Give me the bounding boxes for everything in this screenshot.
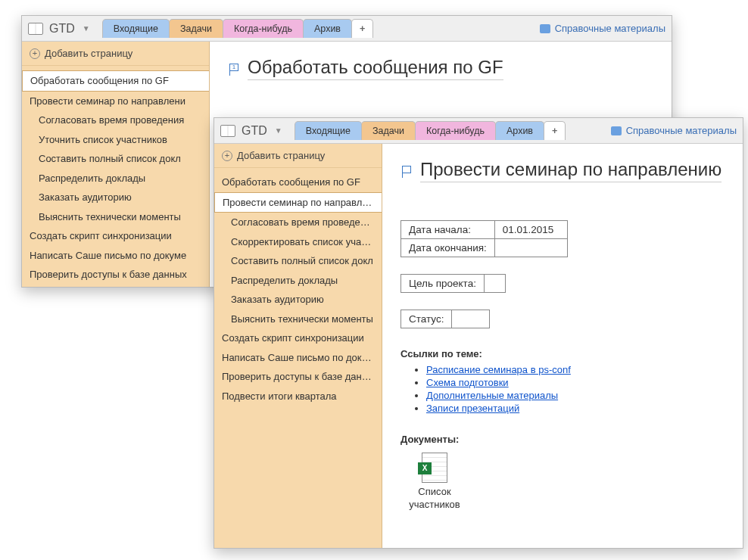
- excel-file-icon: X: [422, 453, 447, 483]
- reference-icon: [611, 126, 622, 135]
- tab-tasks[interactable]: Задачи: [169, 19, 223, 38]
- page-item[interactable]: Проверить доступы к базе данных: [22, 265, 209, 285]
- page-title[interactable]: Провести семинар по направлению: [420, 159, 722, 182]
- page-item[interactable]: Заказать аудиторию: [22, 188, 209, 207]
- table-row: Статус:: [401, 310, 490, 328]
- page-item[interactable]: Согласовать время проведения: [214, 213, 382, 232]
- page-item[interactable]: Проверить доступы к базе данных: [214, 367, 382, 387]
- page-item[interactable]: Распределить доклады: [22, 169, 209, 188]
- table-row: Дата начала: 01.01.2015: [401, 221, 568, 239]
- page-flag-icon: [400, 164, 413, 178]
- page-content[interactable]: Провести семинар по направлению Дата нач…: [382, 144, 743, 548]
- goal-table: Цель проекта:: [400, 274, 506, 293]
- status-table: Статус:: [400, 310, 490, 328]
- tab-add[interactable]: +: [544, 121, 566, 140]
- links-list: Расписание семинара в ps-conf Схема подг…: [400, 364, 725, 414]
- tab-tasks[interactable]: Задачи: [361, 121, 416, 140]
- goal-label: Цель проекта:: [401, 275, 485, 293]
- status-label: Статус:: [401, 310, 452, 328]
- page-flag-icon: [228, 62, 240, 76]
- add-page-label: Добавить страницу: [45, 48, 132, 59]
- tab-archive[interactable]: Архив: [303, 19, 352, 38]
- documents-heading: Документы:: [400, 434, 725, 445]
- page-item[interactable]: Согласовать время проведения: [22, 110, 209, 130]
- page-item[interactable]: Написать Саше письмо по докуме: [22, 246, 209, 266]
- add-page-button[interactable]: + Добавить страницу: [214, 144, 382, 168]
- notebook-icon: [28, 23, 43, 35]
- page-item[interactable]: Распределить доклады: [214, 271, 382, 291]
- document-item[interactable]: X Список участников: [400, 453, 469, 512]
- page-item[interactable]: Выяснить технически моменты: [22, 207, 209, 227]
- reference-label: Справочные материалы: [555, 23, 665, 34]
- page-item[interactable]: Скорректировать список участн: [214, 232, 382, 252]
- page-item[interactable]: Провести семинар по направлени: [22, 92, 209, 111]
- reference-icon: [540, 24, 550, 33]
- add-page-label: Добавить страницу: [237, 150, 325, 161]
- document-label: Список участников: [400, 486, 469, 512]
- page-item[interactable]: Создать скрипт синхронизации: [22, 226, 209, 246]
- page-title-row: Провести семинар по направлению: [400, 159, 725, 182]
- notebook-title[interactable]: GTD: [49, 22, 75, 36]
- tab-someday[interactable]: Когда-нибудь: [223, 19, 304, 38]
- window-front: GTD ▼ Входящие Задачи Когда-нибудь Архив…: [213, 117, 743, 549]
- tab-inbox[interactable]: Входящие: [295, 121, 362, 140]
- page-item[interactable]: Заказать аудиторию: [214, 290, 382, 310]
- titlebar: GTD ▼ Входящие Задачи Когда-нибудь Архив…: [22, 16, 672, 42]
- page-sidebar: + Добавить страницу Обработать сообщения…: [22, 42, 210, 287]
- link-recordings[interactable]: Записи презентаций: [426, 403, 519, 414]
- start-date-value[interactable]: 01.01.2015: [494, 221, 567, 239]
- body: + Добавить страницу Обработать сообщения…: [214, 144, 743, 548]
- page-item[interactable]: Обработать сообщения по GF: [214, 173, 382, 192]
- table-row: Цель проекта:: [401, 275, 506, 293]
- notebook-title[interactable]: GTD: [242, 124, 267, 138]
- documents-block: Документы: X Список участников: [400, 434, 725, 512]
- reference-materials-link[interactable]: Справочные материалы: [611, 125, 737, 136]
- table-row: Дата окончания:: [401, 239, 568, 257]
- link-schedule[interactable]: Расписание семинара в ps-conf: [426, 364, 571, 375]
- add-page-button[interactable]: + Добавить страницу: [22, 42, 209, 66]
- notebook-dropdown-icon[interactable]: ▼: [275, 126, 282, 135]
- page-item[interactable]: Составить полный список докл: [22, 149, 209, 169]
- add-icon: +: [30, 48, 40, 59]
- link-extra-materials[interactable]: Дополнительные материалы: [426, 390, 558, 401]
- add-icon: +: [222, 151, 232, 161]
- tab-inbox[interactable]: Входящие: [102, 19, 170, 38]
- page-item[interactable]: Обработать сообщения по GF: [22, 70, 209, 92]
- section-tabs: Входящие Задачи Когда-нибудь Архив +: [295, 121, 566, 140]
- list-item: Расписание семинара в ps-conf: [426, 364, 725, 375]
- links-heading: Ссылки по теме:: [400, 348, 725, 359]
- titlebar: GTD ▼ Входящие Задачи Когда-нибудь Архив…: [214, 118, 743, 144]
- page-item[interactable]: Выяснить технически моменты: [214, 310, 382, 329]
- list-item: Дополнительные материалы: [426, 390, 725, 401]
- links-block: Ссылки по теме: Расписание семинара в ps…: [400, 348, 725, 414]
- page-list: Обработать сообщения по GF Провести семи…: [22, 66, 209, 287]
- section-tabs: Входящие Задачи Когда-нибудь Архив +: [102, 19, 373, 38]
- page-sidebar: + Добавить страницу Обработать сообщения…: [214, 144, 382, 548]
- notebook-icon: [220, 125, 235, 137]
- goal-value[interactable]: [484, 275, 505, 293]
- page-title-row: Обработать сообщения по GF: [228, 57, 653, 80]
- page-title[interactable]: Обработать сообщения по GF: [248, 57, 503, 80]
- excel-badge: X: [418, 462, 432, 474]
- page-list: Обработать сообщения по GF Провести семи…: [214, 168, 382, 410]
- tab-archive[interactable]: Архив: [495, 121, 544, 140]
- link-prep-scheme[interactable]: Схема подготовки: [426, 377, 509, 388]
- tab-add[interactable]: +: [351, 19, 373, 38]
- end-date-value[interactable]: [494, 239, 567, 257]
- page-item[interactable]: Подвести итоги квартала: [22, 285, 209, 288]
- end-date-label: Дата окончания:: [401, 239, 495, 257]
- reference-materials-link[interactable]: Справочные материалы: [540, 23, 665, 34]
- start-date-label: Дата начала:: [401, 221, 495, 239]
- reference-label: Справочные материалы: [626, 125, 737, 136]
- status-value[interactable]: [452, 310, 490, 328]
- page-item[interactable]: Подвести итоги квартала: [214, 387, 382, 406]
- tab-someday[interactable]: Когда-нибудь: [415, 121, 496, 140]
- page-item[interactable]: Создать скрипт синхронизации: [214, 328, 382, 348]
- page-item[interactable]: Написать Саше письмо по докуме: [214, 348, 382, 368]
- page-item[interactable]: Провести семинар по направлени: [214, 192, 382, 213]
- page-item[interactable]: Уточнить список участников: [22, 130, 209, 150]
- page-item[interactable]: Составить полный список докл: [214, 251, 382, 271]
- notebook-dropdown-icon[interactable]: ▼: [83, 24, 90, 33]
- list-item: Записи презентаций: [426, 403, 725, 414]
- dates-table: Дата начала: 01.01.2015 Дата окончания:: [400, 220, 568, 257]
